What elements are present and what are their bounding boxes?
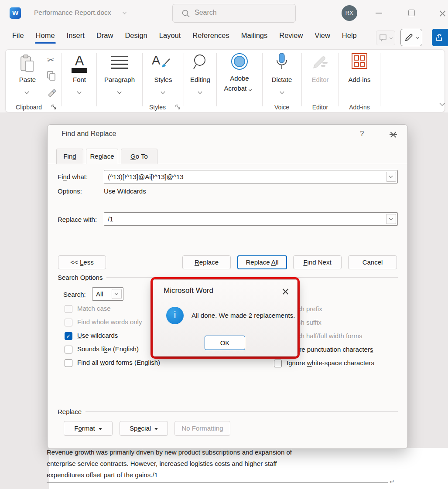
add-ins-button[interactable]: Add-ins: [344, 76, 375, 83]
ribbon-tab-references[interactable]: References: [192, 31, 229, 40]
window-close-icon[interactable]: [439, 10, 446, 17]
adobe-acrobat-icon[interactable]: [231, 53, 248, 70]
styles-button[interactable]: Styles: [148, 76, 178, 83]
pen-chevron-icon: [416, 36, 419, 39]
comments-button[interactable]: [376, 31, 395, 45]
comments-chevron-icon: [390, 36, 393, 39]
cut-icon[interactable]: ✂: [47, 55, 54, 65]
share-icon: [435, 33, 445, 42]
sounds-like-checkbox[interactable]: [65, 346, 72, 353]
paste-icon[interactable]: [19, 54, 35, 73]
styles-dialog-launcher-icon[interactable]: [175, 104, 181, 110]
ribbon-tab-insert[interactable]: Insert: [67, 31, 85, 40]
minimize-icon[interactable]: [376, 13, 382, 14]
options-value: Use Wildcards: [104, 187, 146, 195]
ribbon-tab-home[interactable]: Home: [36, 31, 55, 40]
editing-chevron-icon[interactable]: [198, 90, 202, 94]
search-direction-select[interactable]: [92, 287, 123, 301]
info-icon: i: [166, 307, 184, 324]
word-logo-icon: W: [10, 7, 21, 19]
font-icon[interactable]: A: [72, 53, 87, 69]
paragraph-chevron-icon[interactable]: [117, 90, 122, 94]
avatar[interactable]: RX: [342, 5, 357, 21]
replace-group-label: Replace: [58, 408, 82, 415]
ribbon-panel: Paste ✂ Clipboard A Font Paragraph A: [5, 49, 445, 112]
replace-all-button[interactable]: Replace All: [237, 255, 287, 269]
ignore-whitespace-label: Ignore white-space characters: [287, 359, 374, 367]
help-icon[interactable]: ?: [360, 129, 364, 138]
paragraph-icon[interactable]: [111, 56, 128, 69]
title-chevron-down-icon[interactable]: [123, 10, 127, 14]
styles-brush-icon: [159, 58, 171, 70]
format-button[interactable]: Format: [64, 421, 113, 436]
special-button[interactable]: Special: [120, 421, 168, 436]
share-button[interactable]: [432, 29, 448, 46]
ribbon-tab-design[interactable]: Design: [125, 31, 147, 40]
draw-pen-button[interactable]: [400, 29, 422, 46]
document-horizontal-rule: [47, 482, 388, 483]
ribbon-tab-help[interactable]: Help: [342, 31, 357, 40]
document-text[interactable]: Revenue growth was primarily driven by n…: [47, 447, 396, 481]
ribbon-tab-view[interactable]: View: [315, 31, 330, 40]
collapse-ribbon-chevron-icon[interactable]: [439, 100, 445, 106]
format-painter-icon[interactable]: [47, 87, 57, 98]
editing-button[interactable]: Editing: [185, 76, 216, 83]
format-dropdown-arrow-icon: [99, 428, 102, 430]
ribbon-tab-review[interactable]: Review: [279, 31, 303, 40]
maximize-icon[interactable]: [408, 10, 415, 16]
font-chevron-icon[interactable]: [77, 90, 82, 94]
document-title[interactable]: Performance Report.docx: [34, 9, 111, 17]
editing-icon[interactable]: [192, 53, 209, 71]
dialog-close-icon[interactable]: [390, 131, 397, 138]
message-box-close-icon[interactable]: [282, 288, 289, 295]
clipboard-dialog-launcher-icon[interactable]: [51, 104, 57, 110]
use-wildcards-checkbox[interactable]: ✓: [65, 332, 72, 340]
add-ins-icon[interactable]: [352, 53, 367, 69]
tab-go-to[interactable]: Go To: [121, 149, 157, 164]
replace-button[interactable]: Replace: [182, 255, 231, 269]
search-icon: [181, 9, 190, 18]
copy-icon[interactable]: [47, 71, 56, 81]
paste-button[interactable]: Paste: [12, 76, 43, 83]
search-input[interactable]: Search: [172, 4, 296, 23]
clipboard-group-label: Clipboard: [10, 104, 48, 111]
format-label: Format: [74, 424, 95, 432]
find-what-input[interactable]: [104, 170, 397, 183]
ignore-whitespace-checkbox[interactable]: [274, 360, 282, 367]
find-next-button[interactable]: Find Next: [293, 255, 342, 269]
find-what-dropdown-icon[interactable]: [386, 172, 396, 182]
match-case-checkbox: [65, 305, 72, 313]
ribbon-tab-draw[interactable]: Draw: [96, 31, 113, 40]
less-button[interactable]: << Less: [58, 255, 106, 269]
font-button[interactable]: Font: [64, 76, 95, 83]
search-direction-dropdown-icon[interactable]: [112, 289, 122, 299]
replace-with-dropdown-icon[interactable]: [386, 214, 396, 224]
paste-chevron-icon[interactable]: [25, 90, 29, 94]
adobe-acrobat-button[interactable]: Adobe: [224, 75, 255, 82]
editor-group-label: Editor: [306, 104, 335, 111]
ribbon-tab-layout[interactable]: Layout: [159, 31, 181, 40]
cancel-button[interactable]: Cancel: [348, 255, 397, 269]
special-label: Special: [130, 424, 151, 432]
word-forms-checkbox[interactable]: [65, 359, 72, 367]
styles-chevron-icon[interactable]: [161, 90, 165, 94]
document-line: enterprise service contracts. However, i…: [47, 458, 396, 469]
search-direction-label: Search:: [63, 291, 86, 298]
editor-button: Editor: [305, 76, 335, 83]
tab-find[interactable]: Find: [56, 149, 83, 164]
adobe-acrobat-button-line2[interactable]: Acrobat: [221, 85, 254, 92]
word-window: W Performance Report.docx Search RX File…: [0, 0, 448, 489]
ribbon-tab-file[interactable]: File: [12, 31, 24, 40]
tab-replace[interactable]: Replace: [86, 149, 118, 164]
dictate-button[interactable]: Dictate: [266, 76, 298, 83]
replace-with-input[interactable]: [104, 213, 397, 225]
paragraph-button[interactable]: Paragraph: [100, 76, 139, 83]
ok-button[interactable]: OK: [205, 336, 245, 350]
styles-group-label: Styles: [144, 104, 171, 111]
options-label: Options:: [58, 187, 82, 195]
dictate-chevron-icon[interactable]: [280, 90, 284, 94]
sounds-like-label: Sounds like (English): [77, 345, 139, 353]
ribbon-tab-mailings[interactable]: Mailings: [241, 31, 268, 40]
document-line: expenditures offset part of the gains./1: [47, 469, 396, 481]
dictate-icon[interactable]: [274, 52, 289, 72]
